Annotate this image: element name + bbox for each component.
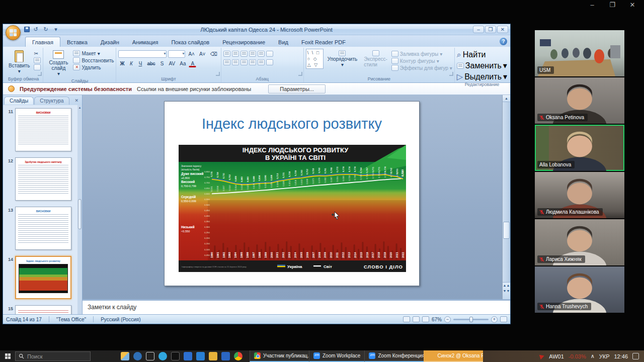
ppt-restore-icon[interactable]: ❐ xyxy=(485,26,496,33)
delete-button[interactable]: Удалить xyxy=(82,65,101,70)
file-explorer-icon[interactable] xyxy=(209,352,217,360)
text-direction-icon[interactable] xyxy=(266,51,273,57)
arrange-button[interactable]: Упорядочить▾ xyxy=(325,49,360,69)
shape-effects-button[interactable]: Эффекты для фигур xyxy=(400,65,448,71)
app-blue-icon[interactable] xyxy=(133,352,142,360)
zoom-minimize-icon[interactable]: – xyxy=(588,1,597,9)
font-name-combo[interactable] xyxy=(118,50,167,58)
zoom-slider[interactable] xyxy=(453,319,489,320)
office-button[interactable] xyxy=(6,25,21,40)
scroll-thumb[interactable] xyxy=(503,222,510,239)
zoom-close-icon[interactable]: ✕ xyxy=(628,1,637,9)
notes-area[interactable]: Заметки к слайду xyxy=(83,299,510,314)
zoom-out-icon[interactable]: − xyxy=(444,316,451,323)
shrink-font-button[interactable]: A˅ xyxy=(198,50,207,58)
format-painter-icon[interactable] xyxy=(34,64,41,70)
grow-font-button[interactable]: A˄ xyxy=(187,50,196,58)
telegram-icon[interactable] xyxy=(158,352,167,360)
previous-slide-icon[interactable]: ▲▲ xyxy=(503,283,510,288)
layout-button[interactable]: Макет xyxy=(82,51,96,56)
ribbon-tab-рецензирование[interactable]: Рецензирование xyxy=(216,37,272,47)
align-right-icon[interactable] xyxy=(240,59,248,65)
find-button[interactable]: Найти xyxy=(463,50,486,59)
paragraph-dialog-launcher[interactable] xyxy=(298,72,302,76)
smartart-convert-icon[interactable] xyxy=(266,59,273,65)
slide-thumbnail-12[interactable]: 12Здобутки людського капіталу xyxy=(5,157,77,201)
ribbon-tab-показ-слайдов[interactable]: Показ слайдов xyxy=(165,37,216,47)
zoom-in-icon[interactable]: + xyxy=(491,316,498,323)
new-slide-button[interactable]: Создать слайд▾ xyxy=(45,49,71,78)
shapes-gallery[interactable]: \ \ □ ○ ◇ △ ▽ ☆ { } ( ) ← → ○ xyxy=(306,49,324,69)
slide-sorter-icon[interactable] xyxy=(413,316,420,322)
participant-tile-2[interactable]: Oksana Petinova xyxy=(535,77,624,124)
shape-outline-button[interactable]: Контур фигуры xyxy=(400,58,435,64)
ribbon-tab-главная[interactable]: Главная xyxy=(25,37,60,47)
slide-thumbnail-13[interactable]: 13ВИСНОВКИ xyxy=(5,207,77,250)
panel-close-icon[interactable]: ✕ xyxy=(72,98,81,103)
quick-styles-button[interactable]: Экспресс-стили xyxy=(361,49,390,69)
replace-button[interactable]: Заменить xyxy=(465,61,502,70)
taskbar-button-1[interactable]: Участник публикац... xyxy=(250,350,309,362)
font-style-button-2[interactable]: Ч xyxy=(136,60,144,67)
zoom-slider-thumb[interactable] xyxy=(469,317,473,322)
reset-button[interactable]: Восстановить xyxy=(82,58,114,63)
font-style-button-5[interactable]: AV xyxy=(168,60,177,67)
taskbar-button-3[interactable]: Zoom Конференция xyxy=(364,350,424,362)
font-style-button-4[interactable]: S xyxy=(158,60,166,67)
tab-slides[interactable]: Слайды xyxy=(4,97,34,105)
redo-icon[interactable]: ↻ xyxy=(42,26,50,33)
tray-expand-icon[interactable]: ∧ xyxy=(591,353,595,359)
participant-tile-4[interactable]: Людмила Калашнікова xyxy=(535,172,624,218)
start-button[interactable] xyxy=(0,350,15,362)
paste-button[interactable]: Вставить▾ xyxy=(6,49,32,75)
participant-tile-6[interactable]: Hanna Trushevych xyxy=(535,266,624,313)
slide-thumbnail-14[interactable]: 14Індекс людського розвитку xyxy=(5,256,77,299)
font-style-button-3[interactable]: abc xyxy=(145,60,156,67)
panel-scroll-up-icon[interactable]: ▲ xyxy=(77,105,82,110)
undo-icon[interactable]: ↺ xyxy=(32,26,40,33)
slide[interactable]: Індекс людського розвитку ІНДЕКС ЛЮДСЬКО… xyxy=(164,101,420,286)
slideshow-icon[interactable] xyxy=(422,316,429,322)
taskbar-search[interactable]: Поиск xyxy=(15,351,91,361)
mail-icon[interactable] xyxy=(184,352,192,360)
bullets-icon[interactable] xyxy=(223,51,230,57)
qat-dropdown-icon[interactable]: ▾ xyxy=(52,26,60,33)
participant-tile-3[interactable]: Alla Lobanova xyxy=(535,125,624,171)
vertical-scrollbar[interactable]: ▲ ▲▲ ▼▼ xyxy=(502,95,510,299)
ribbon-tab-foxit-reader-pdf[interactable]: Foxit Reader PDF xyxy=(295,37,352,47)
font-dialog-launcher[interactable] xyxy=(216,72,220,76)
scroll-up-icon[interactable]: ▲ xyxy=(503,95,510,102)
zoom-level[interactable]: 67% xyxy=(432,317,442,322)
fit-to-window-icon[interactable] xyxy=(500,316,507,322)
align-left-icon[interactable] xyxy=(223,59,230,65)
photos-icon[interactable] xyxy=(221,352,230,360)
participant-tile-1[interactable]: USM xyxy=(535,30,624,76)
ppt-minimize-icon[interactable]: – xyxy=(473,26,484,33)
select-button[interactable]: Выделить xyxy=(464,72,502,81)
zoom-restore-icon[interactable]: ❐ xyxy=(608,1,617,9)
ribbon-tab-анимация[interactable]: Анимация xyxy=(126,37,165,47)
panel-scrollbar[interactable]: ▲ xyxy=(77,105,82,314)
slide-thumbnail-11[interactable]: 11ВИСНОВКИ xyxy=(5,108,77,151)
participant-tile-5[interactable]: Лариса Хижняк xyxy=(535,219,624,265)
taskbar-button-4[interactable]: Синок2 @ Oksana P... xyxy=(424,350,483,362)
line-spacing-icon[interactable] xyxy=(258,51,265,57)
help-icon[interactable]: ? xyxy=(500,38,507,45)
font-style-button-7[interactable]: А xyxy=(189,60,196,67)
font-style-button-6[interactable]: Aa xyxy=(178,60,187,67)
ribbon-tab-вид[interactable]: Вид xyxy=(272,37,295,47)
align-center-icon[interactable] xyxy=(232,59,239,65)
language-switcher[interactable]: УКР xyxy=(599,353,610,359)
next-slide-icon[interactable]: ▼▼ xyxy=(503,288,510,294)
indent-decrease-icon[interactable] xyxy=(240,51,248,57)
chrome-icon[interactable] xyxy=(234,352,243,360)
task-view-icon[interactable] xyxy=(146,352,154,360)
slide-thumbnail-15[interactable]: 15 xyxy=(5,305,77,314)
font-style-button-0[interactable]: Ж xyxy=(118,60,126,67)
speaker-icon[interactable] xyxy=(196,352,205,360)
font-style-button-1[interactable]: К xyxy=(127,60,135,67)
language-indicator[interactable]: Русский (Россия) xyxy=(101,317,140,322)
copy-icon[interactable] xyxy=(34,57,41,63)
numbering-icon[interactable] xyxy=(232,51,239,57)
notification-center-icon[interactable] xyxy=(632,353,639,359)
